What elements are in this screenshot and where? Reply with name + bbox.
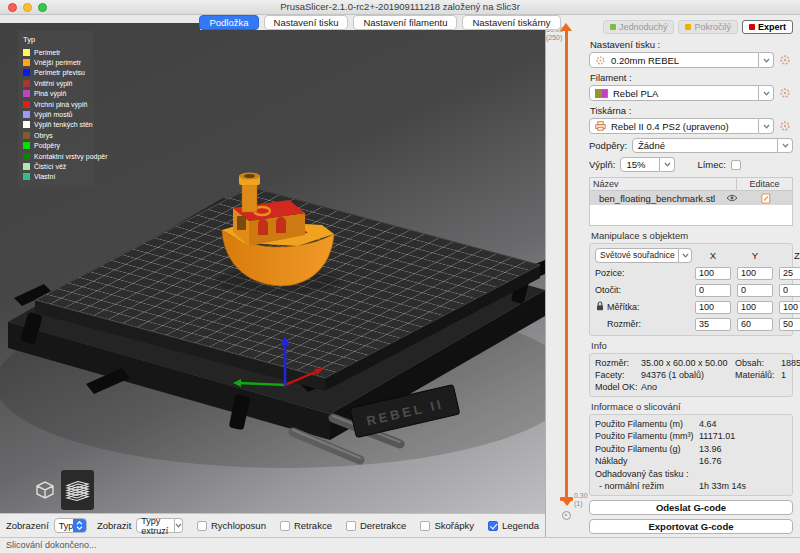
slider-track[interactable] [565,31,568,497]
object-row[interactable]: ben_floating_benchmark.stl [590,191,792,205]
tab-podlozka[interactable]: Podložka [199,15,258,30]
layers-icon [64,478,91,503]
chevron-down-icon [664,162,671,167]
chevron-down-icon [763,124,770,129]
coordinate-system-combo[interactable]: Světové souřadnice [595,248,679,263]
legend-item: Vnitřní výplň [23,78,90,88]
view-toggle [28,470,94,510]
manipulation-title: Manipulace s objektem [591,230,793,241]
supports-combo[interactable]: Žádné [632,138,778,153]
mode-advanced-button[interactable]: Pokročilý [678,20,738,34]
send-gcode-button[interactable]: Odeslat G-code [589,500,793,515]
rotate-z-input[interactable] [779,284,800,297]
filament-dropdown-button[interactable] [759,85,774,101]
benchy-model[interactable] [216,173,340,295]
select-stepper-icon [73,518,86,533]
minimize-window-icon[interactable] [23,3,32,12]
size-y-input[interactable] [737,318,773,331]
print-settings-dropdown-button[interactable] [759,52,774,68]
infill-label: Výplň: [589,159,615,170]
chevron-down-icon [782,143,789,148]
right-panel: 50.00 (250) 0.30 (1) Jednoduchý Pokročil… [545,15,800,537]
infill-dropdown-button[interactable] [660,157,675,172]
visibility-toggle[interactable] [724,194,740,202]
edit-column-header: Editace [736,178,792,190]
volume-label: Obsah: [735,358,781,368]
gear-icon [779,120,791,132]
editor-view-button[interactable] [28,470,61,510]
print-settings-label: Nastavení tisku : [590,39,793,50]
printer-dropdown-button[interactable] [759,118,774,134]
legend-checkbox[interactable] [488,521,498,531]
show-features-dropdown[interactable] [175,518,183,533]
travel-checkbox-group: Rychloposun [197,520,266,531]
legend-item: Výplň tenkých stěn [23,120,90,130]
legend-item: Perimetr [23,47,90,57]
title-bar: PrusaSlicer-2.1.0-rc2+-201909111218 zalo… [0,0,800,15]
mode-expert-button[interactable]: Expert [742,20,793,34]
infill-combo[interactable]: 15% [620,157,660,172]
object-list-empty-area[interactable] [590,205,792,225]
unretractions-checkbox[interactable] [346,521,356,531]
supports-dropdown-button[interactable] [778,138,793,153]
lock-icon[interactable] [596,301,604,313]
position-z-input[interactable] [779,267,800,280]
edit-filament-button[interactable] [777,85,793,101]
expert-mode-icon [749,24,755,30]
close-window-icon[interactable] [8,3,17,12]
view-mode-select[interactable]: Typ [54,518,87,533]
legend-item: Perimetr převisu [23,68,90,78]
rotation-row: Otočit: ° [595,284,787,297]
show-label: Zobrazit [97,520,131,531]
volume-value: 18854.65 [781,358,800,368]
zoom-window-icon[interactable] [38,3,47,12]
shells-checkbox-group: Skořápky [420,520,474,531]
size-x-input[interactable] [695,318,731,331]
gear-icon [779,54,791,66]
tab-print-settings[interactable]: Nastavení tisku [264,15,349,30]
tab-printer-settings[interactable]: Nastavení tiskárny [462,15,560,30]
color-swatch [23,49,30,56]
rotate-x-input[interactable] [695,284,731,297]
model-ok-label: Model OK: [595,382,641,392]
printer-combo[interactable]: Rebel II 0.4 PS2 (upraveno) [589,118,759,134]
manipulation-section: Manipulace s objektem Světové souřadnice… [589,230,793,336]
travel-checkbox[interactable] [197,521,207,531]
chevron-down-icon [763,58,770,63]
edit-object-button[interactable] [740,193,792,204]
scale-z-input[interactable] [779,301,800,314]
preview-view-button[interactable] [61,470,94,510]
position-x-input[interactable] [695,267,731,280]
info-section: Info Rozměr: 35.00 x 60.00 x 50.00 Obsah… [589,340,793,397]
brim-checkbox[interactable] [731,160,741,170]
coordinate-system-dropdown[interactable] [679,248,692,263]
print-time-mode: - normální režim [595,481,699,491]
main-tabs: Podložka Nastavení tisku Nastavení filam… [200,15,560,30]
tab-filament-settings[interactable]: Nastavení filamentu [353,15,457,30]
filament-combo[interactable]: Rebel PLA [589,85,759,101]
mode-simple-button[interactable]: Jednoduchý [603,20,675,34]
rotate-y-input[interactable] [737,284,773,297]
shells-checkbox[interactable] [420,521,430,531]
slider-top-handle[interactable] [560,23,572,31]
chevron-down-icon [175,523,182,528]
scale-x-input[interactable] [695,301,731,314]
export-gcode-button[interactable]: Exportovat G-code [589,519,793,534]
size-z-input[interactable] [779,318,800,331]
color-swatch [23,142,30,149]
retractions-checkbox[interactable] [280,521,290,531]
legend-item: Čistící věž [23,161,90,171]
edit-printer-button[interactable] [777,118,793,134]
facets-label: Facety: [595,370,641,380]
print-settings-combo[interactable]: 0.20mm REBEL [589,52,759,68]
3d-viewport[interactable]: REBEL II Typ Perimetr Vnější perimetr Pe… [0,23,545,513]
position-y-input[interactable] [737,267,773,280]
show-features-combo[interactable]: Typy extruzí [136,518,175,533]
scale-y-input[interactable] [737,301,773,314]
layer-slider[interactable]: 50.00 (250) 0.30 (1) [546,15,586,537]
edit-print-settings-button[interactable] [777,52,793,68]
info-title: Info [591,340,793,351]
object-name: ben_floating_benchmark.stl [590,193,724,204]
size-row: Rozměr: mm [595,318,787,331]
slider-options-icon[interactable] [562,511,571,520]
